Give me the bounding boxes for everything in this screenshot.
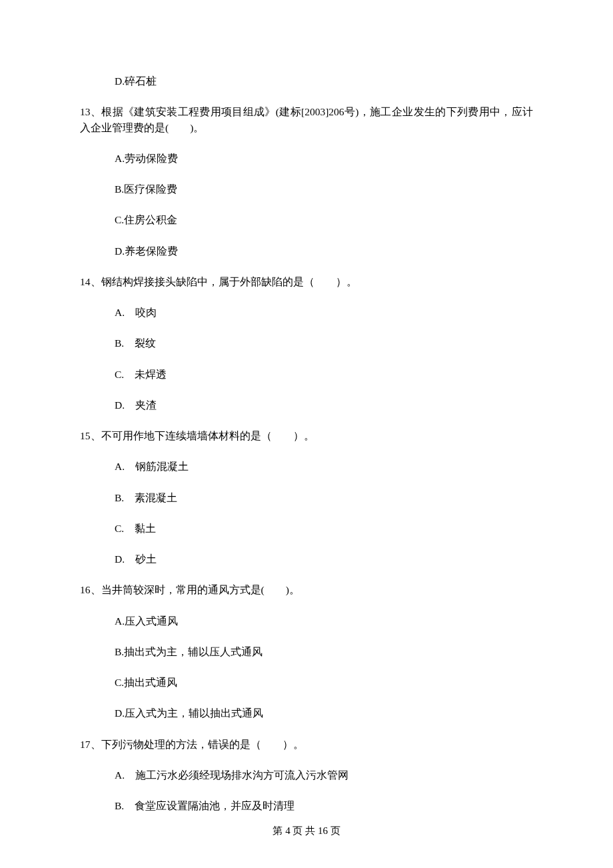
q17-option-b: B. 食堂应设置隔油池，并应及时清理 <box>80 798 533 813</box>
q13-option-a: A.劳动保险费 <box>80 151 533 166</box>
q14-option-d: D. 夹渣 <box>80 397 533 413</box>
q15-option-a: A. 钢筋混凝土 <box>80 459 533 474</box>
q14-option-c: C. 未焊透 <box>80 367 533 382</box>
q12-option-d: D.碎石桩 <box>80 73 533 89</box>
document-page: D.碎石桩 13、根据《建筑安装工程费用项目组成》(建标[2003]206号)，… <box>0 0 613 868</box>
page-footer: 第 4 页 共 16 页 <box>0 823 613 839</box>
q16-option-c: C.抽出式通风 <box>80 675 533 690</box>
q16-option-a: A.压入式通风 <box>80 613 533 629</box>
q16-stem: 16、当井筒较深时，常用的通风方式是( )。 <box>80 582 533 597</box>
q15-option-c: C. 黏土 <box>80 521 533 536</box>
q17-option-a: A. 施工污水必须经现场排水沟方可流入污水管网 <box>80 767 533 783</box>
q13-stem: 13、根据《建筑安装工程费用项目组成》(建标[2003]206号)，施工企业发生… <box>80 104 533 135</box>
q13-option-d: D.养老保险费 <box>80 243 533 259</box>
q15-option-b: B. 素混凝土 <box>80 490 533 505</box>
q14-stem: 14、钢结构焊接接头缺陷中，属于外部缺陷的是（ ）。 <box>80 274 533 289</box>
q14-option-b: B. 裂纹 <box>80 335 533 351</box>
q15-option-d: D. 砂土 <box>80 551 533 567</box>
q13-option-b: B.医疗保险费 <box>80 181 533 197</box>
q15-stem: 15、不可用作地下连续墙墙体材料的是（ ）。 <box>80 428 533 443</box>
q14-option-a: A. 咬肉 <box>80 305 533 320</box>
q17-stem: 17、下列污物处理的方法，错误的是（ ）。 <box>80 737 533 752</box>
q13-option-c: C.住房公积金 <box>80 212 533 227</box>
q16-option-b: B.抽出式为主，辅以压人式通风 <box>80 644 533 659</box>
q16-option-d: D.压入式为主，辅以抽出式通风 <box>80 705 533 721</box>
